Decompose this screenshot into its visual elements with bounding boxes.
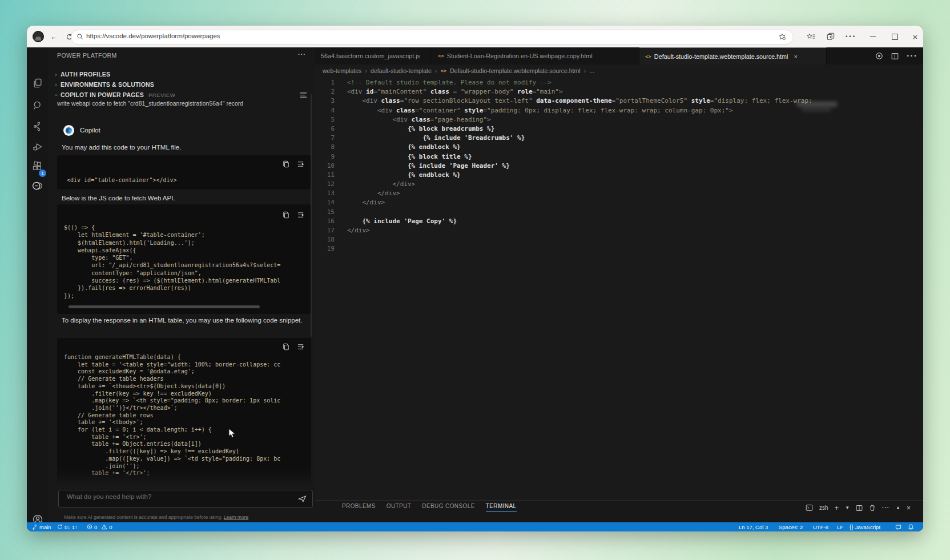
url-text: https://vscode.dev/powerplatform/powerpa… bbox=[86, 33, 220, 39]
browser-toolbar: ← https://vscode.dev/powerplatform/power… bbox=[27, 26, 923, 47]
panel-title: POWER PLATFORM bbox=[57, 52, 117, 59]
maximize-button[interactable] bbox=[887, 26, 903, 47]
terminal-dropdown-icon[interactable]: ▼ bbox=[845, 505, 850, 510]
code-line: 12 </div> bbox=[315, 180, 923, 189]
split-editor-icon[interactable] bbox=[891, 53, 899, 60]
tab-debug-console[interactable]: DEBUG CONSOLE bbox=[422, 503, 474, 512]
tab-custom-javascript[interactable]: 56a4.basicform.custom_javascript.js bbox=[315, 47, 432, 65]
panel-scrollbar[interactable] bbox=[311, 94, 312, 337]
code-line: 2<div id="mainContent" class = "wrapper-… bbox=[315, 87, 923, 96]
minimize-button[interactable] bbox=[865, 26, 881, 47]
editor-more-icon[interactable]: ··· bbox=[907, 51, 917, 61]
copy-icon[interactable] bbox=[283, 160, 289, 168]
copilot-name: Copilot bbox=[80, 127, 100, 134]
browser-more-icon[interactable]: ··· bbox=[843, 26, 858, 47]
line-number: 19 bbox=[315, 244, 335, 253]
split-terminal-icon[interactable] bbox=[856, 505, 863, 511]
code-line: 9 {% block title %} bbox=[315, 152, 923, 162]
line-number: 13 bbox=[315, 189, 335, 198]
insert-icon[interactable] bbox=[297, 211, 304, 219]
cursor-position[interactable]: Ln 17, Col 3 bbox=[739, 522, 768, 531]
address-bar[interactable]: https://vscode.dev/powerplatform/powerpa… bbox=[71, 30, 794, 45]
run-debug-icon[interactable] bbox=[27, 137, 48, 156]
tab-webpage-copy-html[interactable]: <> Student-Loan-Registration.en-US.webpa… bbox=[432, 47, 639, 65]
new-terminal-icon[interactable]: + bbox=[835, 503, 839, 512]
tree-item-environments-solutions[interactable]: › ENVIRONMENTS & SOLUTIONS bbox=[48, 79, 315, 90]
tree-item-copilot-in-power-pages[interactable]: › COPILOT IN POWER PAGES PREVIEW bbox=[48, 90, 315, 100]
open-preview-icon[interactable] bbox=[875, 52, 883, 60]
code-line: 15 bbox=[315, 208, 923, 217]
tab-output[interactable]: OUTPUT bbox=[387, 503, 412, 512]
tree-item-auth-profiles[interactable]: › AUTH PROFILES bbox=[48, 69, 315, 79]
close-button[interactable]: × bbox=[907, 26, 923, 47]
code-line: 11 {% endblock %} bbox=[315, 171, 923, 180]
blurred-artifact bbox=[796, 102, 838, 107]
line-number: 5 bbox=[315, 115, 335, 124]
list-icon[interactable] bbox=[300, 92, 307, 98]
chevron-right-icon: › bbox=[435, 67, 437, 74]
close-tab-icon[interactable]: × bbox=[794, 53, 798, 60]
mouse-cursor bbox=[228, 428, 237, 438]
code-line: 17</div> bbox=[315, 226, 923, 235]
send-icon[interactable] bbox=[298, 495, 307, 503]
panel-more-icon[interactable]: ··· bbox=[882, 505, 889, 511]
extensions-icon[interactable]: 1 bbox=[27, 156, 48, 176]
panel-more-icon[interactable]: ··· bbox=[298, 51, 306, 58]
tab-webtemplate-source-html[interactable]: <> Default-studio-template.webtemplate.s… bbox=[639, 47, 827, 65]
line-number: 6 bbox=[315, 124, 335, 134]
chevron-right-icon: › bbox=[365, 67, 367, 74]
power-platform-icon[interactable] bbox=[27, 176, 48, 195]
branch-status[interactable]: main bbox=[32, 522, 51, 531]
horizontal-scrollbar[interactable] bbox=[69, 305, 260, 308]
explorer-icon[interactable] bbox=[27, 74, 48, 93]
breadcrumb-item[interactable]: ... bbox=[589, 67, 594, 74]
editor-group: 56a4.basicform.custom_javascript.js <> S… bbox=[315, 47, 923, 522]
chevron-right-icon: › bbox=[583, 67, 586, 74]
status-bar: main 0↓ 1↑ 0 0 Ln 17, Col 3 Spaces: 2 UT… bbox=[27, 522, 923, 531]
html-file-icon: <> bbox=[645, 54, 651, 59]
favorites-settings-icon[interactable] bbox=[778, 33, 786, 41]
chat-message-2: Below is the JS code to fetch Web API. bbox=[62, 195, 175, 202]
language-mode[interactable]: {} JavaScript bbox=[850, 522, 880, 531]
code-line: 13 </div> bbox=[315, 189, 923, 198]
bottom-panel: PROBLEMS OUTPUT DEBUG CONSOLE TERMINAL z… bbox=[315, 500, 923, 523]
code-line: 7 {% include 'Breadcrumbs' %} bbox=[315, 134, 923, 143]
code-content: <div id="table-container"></div> bbox=[67, 176, 177, 184]
profile-avatar[interactable] bbox=[31, 26, 45, 47]
chevron-down-icon: › bbox=[53, 90, 59, 99]
back-icon[interactable]: ← bbox=[47, 26, 61, 47]
learn-more-link[interactable]: Learn more bbox=[224, 514, 248, 520]
tab-terminal[interactable]: TERMINAL bbox=[486, 503, 517, 512]
insert-icon[interactable] bbox=[297, 343, 304, 350]
breadcrumb-item[interactable]: web-templates bbox=[323, 67, 361, 74]
tab-problems[interactable]: PROBLEMS bbox=[342, 503, 376, 512]
chat-input[interactable] bbox=[66, 493, 291, 501]
insert-icon[interactable] bbox=[297, 160, 304, 168]
favorites-icon[interactable] bbox=[803, 26, 818, 47]
sync-status[interactable]: 0↓ 1↑ bbox=[57, 522, 78, 531]
breadcrumb-item[interactable]: default-studio-template bbox=[371, 67, 432, 74]
tab-label: 56a4.basicform.custom_javascript.js bbox=[321, 53, 420, 59]
copy-icon[interactable] bbox=[283, 343, 289, 350]
encoding-status[interactable]: UTF-8 bbox=[813, 522, 828, 531]
close-panel-icon[interactable]: × bbox=[907, 504, 911, 512]
feedback-icon[interactable] bbox=[895, 522, 901, 531]
notifications-bell-icon[interactable] bbox=[908, 522, 914, 531]
vscode-workbench: 1 POWER PLATFORM ··· › AUTH PROFILES › E… bbox=[27, 47, 923, 531]
source-control-icon[interactable] bbox=[27, 116, 48, 136]
maximize-panel-icon[interactable]: ▼ bbox=[896, 505, 900, 510]
code-block-js-fetch: $(() => { let htmlElement = '#table-cont… bbox=[57, 204, 311, 314]
problems-status[interactable]: 0 0 bbox=[87, 522, 112, 531]
copy-icon[interactable] bbox=[283, 211, 289, 219]
kill-terminal-icon[interactable] bbox=[869, 504, 876, 511]
line-number: 8 bbox=[315, 143, 335, 152]
eol-status[interactable]: LF bbox=[837, 522, 843, 531]
breadcrumb: web-templates › default-studio-template … bbox=[323, 65, 594, 77]
collections-icon[interactable] bbox=[823, 26, 838, 47]
chat-message-1: You may add this code to your HTML file. bbox=[62, 144, 181, 151]
search-view-icon[interactable] bbox=[27, 96, 48, 115]
indentation-status[interactable]: Spaces: 2 bbox=[779, 522, 803, 531]
breadcrumb-item[interactable]: Default-studio-template.webtemplate.sour… bbox=[450, 67, 580, 74]
code-content: $(() => { let htmlElement = '#table-cont… bbox=[64, 224, 304, 300]
copilot-avatar bbox=[63, 125, 74, 136]
